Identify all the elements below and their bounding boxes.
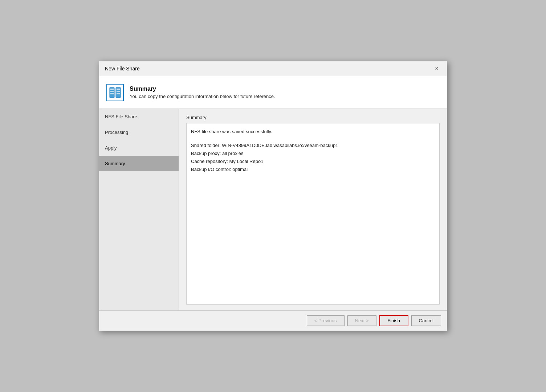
summary-backup-io: Backup I/O control: optimal bbox=[191, 166, 435, 173]
header-description: You can copy the configuration informati… bbox=[130, 94, 275, 99]
summary-label: Summary: bbox=[186, 115, 440, 120]
next-button[interactable]: Next > bbox=[347, 315, 376, 326]
summary-shared-folder: Shared folder: WIN-V4899A1D0DE.lab.wasab… bbox=[191, 142, 435, 150]
sidebar: NFS File Share Processing Apply Summary bbox=[99, 109, 179, 310]
summary-cache-repository: Cache repository: My Local Repo1 bbox=[191, 158, 435, 166]
svg-rect-2 bbox=[110, 89, 114, 90]
new-file-share-dialog: New File Share × Summary You can copy th… bbox=[99, 61, 447, 331]
header-text: Summary You can copy the configuration i… bbox=[130, 86, 275, 99]
svg-rect-3 bbox=[110, 91, 114, 92]
sidebar-item-apply[interactable]: Apply bbox=[99, 140, 179, 156]
header-section: Summary You can copy the configuration i… bbox=[99, 76, 447, 109]
sidebar-item-summary[interactable]: Summary bbox=[99, 156, 179, 171]
previous-button[interactable]: < Previous bbox=[307, 315, 345, 326]
sidebar-item-nfs-file-share[interactable]: NFS File Share bbox=[99, 109, 179, 124]
svg-rect-6 bbox=[117, 91, 120, 92]
summary-backup-proxy: Backup proxy: all proxies bbox=[191, 150, 435, 158]
svg-rect-5 bbox=[117, 89, 120, 90]
svg-rect-7 bbox=[117, 93, 120, 94]
summary-success-line: NFS file share was saved successfully. bbox=[191, 128, 435, 136]
header-title: Summary bbox=[130, 86, 275, 92]
header-icon bbox=[106, 84, 124, 101]
cancel-button[interactable]: Cancel bbox=[411, 315, 441, 326]
finish-button[interactable]: Finish bbox=[379, 315, 408, 326]
close-button[interactable]: × bbox=[432, 64, 441, 73]
dialog-title: New File Share bbox=[105, 66, 140, 72]
sidebar-item-processing[interactable]: Processing bbox=[99, 124, 179, 140]
summary-box: NFS file share was saved successfully. S… bbox=[186, 123, 440, 305]
footer: < Previous Next > Finish Cancel bbox=[99, 310, 447, 331]
title-bar: New File Share × bbox=[99, 61, 447, 76]
file-share-icon bbox=[109, 86, 122, 99]
svg-rect-4 bbox=[110, 93, 114, 94]
content-area: NFS File Share Processing Apply Summary … bbox=[99, 109, 447, 310]
main-content: Summary: NFS file share was saved succes… bbox=[179, 109, 447, 310]
